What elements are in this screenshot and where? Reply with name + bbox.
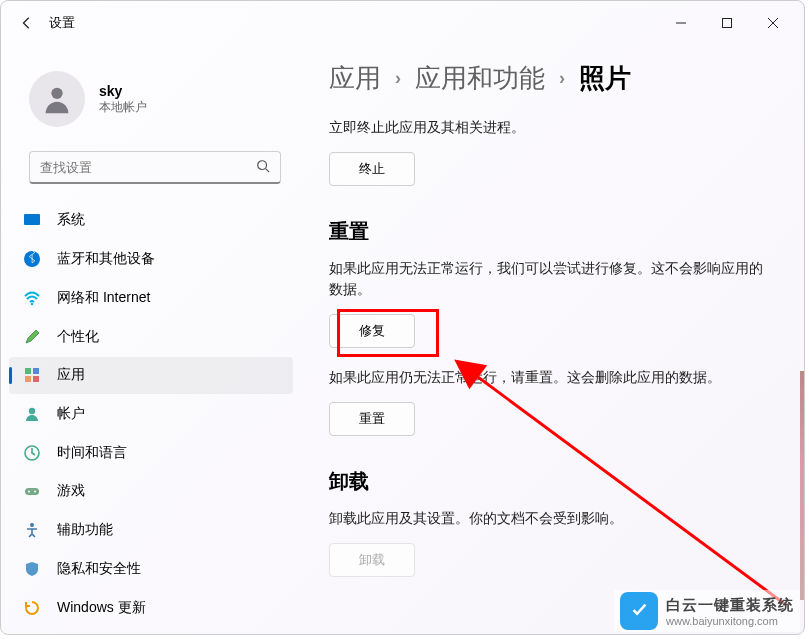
profile-name: sky (99, 83, 147, 99)
profile-sub: 本地帐户 (99, 99, 147, 116)
sidebar-item-label: 帐户 (57, 405, 85, 423)
main-content: 应用 › 应用和功能 › 照片 立即终止此应用及其相关进程。 终止 重置 如果此… (301, 45, 804, 634)
sidebar-item-privacy[interactable]: 隐私和安全性 (9, 550, 293, 587)
shield-icon (23, 560, 41, 578)
svg-rect-1 (723, 19, 732, 28)
search-box[interactable] (29, 151, 281, 184)
sidebar-item-accessibility[interactable]: 辅助功能 (9, 512, 293, 549)
svg-rect-10 (25, 368, 31, 374)
system-icon (23, 211, 41, 229)
sidebar-item-accounts[interactable]: 帐户 (9, 396, 293, 433)
wifi-icon (23, 289, 41, 307)
uninstall-button: 卸载 (329, 543, 415, 577)
svg-point-18 (34, 491, 36, 493)
back-button[interactable] (9, 5, 45, 41)
watermark-line1: 白云一键重装系统 (666, 596, 794, 615)
window-title: 设置 (49, 14, 75, 32)
titlebar: 设置 (1, 1, 804, 45)
sidebar-item-label: 网络和 Internet (57, 289, 150, 307)
watermark-line2: www.baiyunxitong.com (666, 615, 794, 627)
sidebar-item-update[interactable]: Windows 更新 (9, 589, 293, 626)
reset-heading: 重置 (329, 218, 764, 245)
apps-icon (23, 366, 41, 384)
sidebar-item-network[interactable]: 网络和 Internet (9, 279, 293, 316)
sidebar-item-label: 蓝牙和其他设备 (57, 250, 155, 268)
brush-icon (23, 328, 41, 346)
close-button[interactable] (750, 7, 796, 39)
back-arrow-icon (20, 16, 34, 30)
sidebar-item-label: 隐私和安全性 (57, 560, 141, 578)
svg-point-9 (31, 303, 33, 305)
reset-button[interactable]: 重置 (329, 402, 415, 436)
sidebar-item-label: 系统 (57, 211, 85, 229)
minimize-button[interactable] (658, 7, 704, 39)
terminate-text: 立即终止此应用及其相关进程。 (329, 118, 764, 138)
sidebar-item-system[interactable]: 系统 (9, 202, 293, 239)
breadcrumb-current: 照片 (579, 61, 631, 96)
sidebar-item-bluetooth[interactable]: 蓝牙和其他设备 (9, 241, 293, 278)
svg-point-19 (30, 523, 34, 527)
chevron-right-icon: › (559, 68, 565, 89)
svg-rect-16 (25, 488, 39, 495)
repair-button[interactable]: 修复 (329, 314, 415, 348)
svg-rect-7 (24, 214, 40, 225)
reset-text: 如果此应用仍无法正常运行，请重置。这会删除此应用的数据。 (329, 368, 764, 388)
uninstall-heading: 卸载 (329, 468, 764, 495)
breadcrumb-apps[interactable]: 应用 (329, 61, 381, 96)
search-icon (256, 159, 270, 176)
decorative-edge (800, 371, 804, 600)
accessibility-icon (23, 521, 41, 539)
sidebar-item-personalization[interactable]: 个性化 (9, 318, 293, 355)
sidebar-item-label: Windows 更新 (57, 599, 146, 617)
sidebar-item-label: 辅助功能 (57, 521, 113, 539)
svg-rect-11 (33, 368, 39, 374)
svg-point-14 (29, 408, 35, 414)
repair-text: 如果此应用无法正常运行，我们可以尝试进行修复。这不会影响应用的数据。 (329, 259, 764, 300)
sidebar-item-apps[interactable]: 应用 (9, 357, 293, 394)
account-icon (23, 405, 41, 423)
watermark: 白云一键重装系统 www.baiyunxitong.com (614, 590, 800, 632)
search-input[interactable] (40, 160, 256, 175)
maximize-button[interactable] (704, 7, 750, 39)
bluetooth-icon (23, 250, 41, 268)
uninstall-text: 卸载此应用及其设置。你的文档不会受到影响。 (329, 509, 764, 529)
sidebar-item-label: 游戏 (57, 482, 85, 500)
sidebar-item-label: 时间和语言 (57, 444, 127, 462)
globe-clock-icon (23, 444, 41, 462)
chevron-right-icon: › (395, 68, 401, 89)
terminate-button[interactable]: 终止 (329, 152, 415, 186)
svg-rect-13 (33, 376, 39, 382)
profile-block[interactable]: sky 本地帐户 (9, 53, 301, 151)
svg-point-5 (258, 160, 267, 169)
watermark-logo-icon (620, 592, 658, 630)
sidebar-item-gaming[interactable]: 游戏 (9, 473, 293, 510)
sidebar-item-time-language[interactable]: 时间和语言 (9, 434, 293, 471)
sidebar-item-label: 个性化 (57, 328, 99, 346)
breadcrumb-apps-features[interactable]: 应用和功能 (415, 61, 545, 96)
nav-list: 系统 蓝牙和其他设备 网络和 Internet 个性化 应用 (9, 202, 301, 626)
svg-line-6 (266, 168, 270, 172)
svg-point-17 (28, 491, 30, 493)
svg-rect-12 (25, 376, 31, 382)
avatar (29, 71, 85, 127)
sidebar-item-label: 应用 (57, 366, 85, 384)
svg-point-4 (51, 88, 62, 99)
breadcrumb: 应用 › 应用和功能 › 照片 (329, 61, 764, 96)
sidebar: sky 本地帐户 系统 蓝牙和其他设备 (1, 45, 301, 634)
gaming-icon (23, 482, 41, 500)
person-icon (40, 82, 74, 116)
update-icon (23, 599, 41, 617)
